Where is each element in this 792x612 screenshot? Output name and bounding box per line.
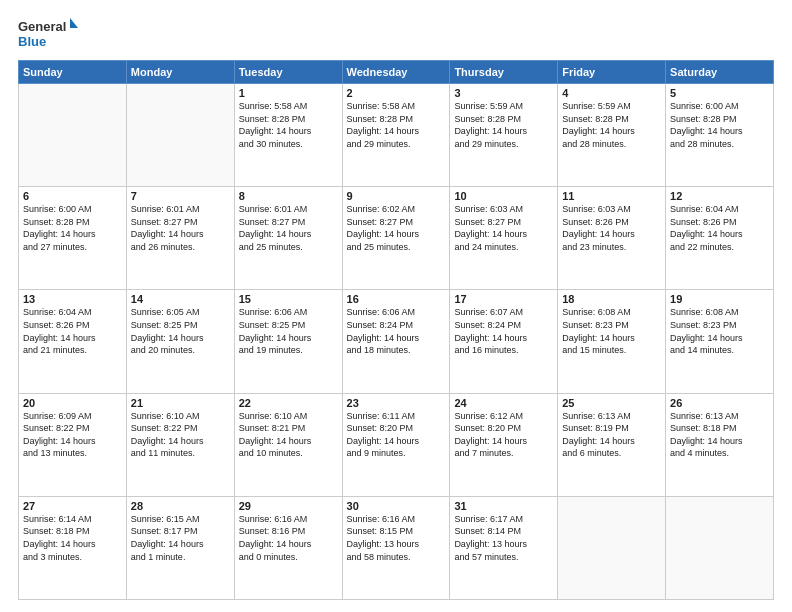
calendar-cell: 27Sunrise: 6:14 AM Sunset: 8:18 PM Dayli… [19, 496, 127, 599]
day-number: 13 [23, 293, 122, 305]
svg-text:General: General [18, 19, 66, 34]
day-number: 16 [347, 293, 446, 305]
weekday-header-thursday: Thursday [450, 61, 558, 84]
calendar-cell: 13Sunrise: 6:04 AM Sunset: 8:26 PM Dayli… [19, 290, 127, 393]
day-info: Sunrise: 6:01 AM Sunset: 8:27 PM Dayligh… [131, 203, 230, 253]
day-number: 2 [347, 87, 446, 99]
weekday-header-row: SundayMondayTuesdayWednesdayThursdayFrid… [19, 61, 774, 84]
day-number: 12 [670, 190, 769, 202]
calendar-cell: 15Sunrise: 6:06 AM Sunset: 8:25 PM Dayli… [234, 290, 342, 393]
calendar-cell [558, 496, 666, 599]
calendar-cell: 31Sunrise: 6:17 AM Sunset: 8:14 PM Dayli… [450, 496, 558, 599]
svg-text:Blue: Blue [18, 34, 46, 49]
day-info: Sunrise: 6:17 AM Sunset: 8:14 PM Dayligh… [454, 513, 553, 563]
day-number: 7 [131, 190, 230, 202]
calendar-cell: 19Sunrise: 6:08 AM Sunset: 8:23 PM Dayli… [666, 290, 774, 393]
calendar-cell: 30Sunrise: 6:16 AM Sunset: 8:15 PM Dayli… [342, 496, 450, 599]
calendar-cell: 29Sunrise: 6:16 AM Sunset: 8:16 PM Dayli… [234, 496, 342, 599]
day-info: Sunrise: 6:15 AM Sunset: 8:17 PM Dayligh… [131, 513, 230, 563]
day-number: 21 [131, 397, 230, 409]
day-info: Sunrise: 6:10 AM Sunset: 8:22 PM Dayligh… [131, 410, 230, 460]
week-row-4: 20Sunrise: 6:09 AM Sunset: 8:22 PM Dayli… [19, 393, 774, 496]
weekday-header-monday: Monday [126, 61, 234, 84]
calendar-cell: 14Sunrise: 6:05 AM Sunset: 8:25 PM Dayli… [126, 290, 234, 393]
day-info: Sunrise: 6:08 AM Sunset: 8:23 PM Dayligh… [670, 306, 769, 356]
calendar: SundayMondayTuesdayWednesdayThursdayFrid… [18, 60, 774, 600]
calendar-cell: 17Sunrise: 6:07 AM Sunset: 8:24 PM Dayli… [450, 290, 558, 393]
day-info: Sunrise: 6:13 AM Sunset: 8:18 PM Dayligh… [670, 410, 769, 460]
day-number: 30 [347, 500, 446, 512]
day-number: 29 [239, 500, 338, 512]
day-number: 28 [131, 500, 230, 512]
day-number: 24 [454, 397, 553, 409]
day-number: 26 [670, 397, 769, 409]
day-info: Sunrise: 6:04 AM Sunset: 8:26 PM Dayligh… [23, 306, 122, 356]
day-number: 23 [347, 397, 446, 409]
week-row-2: 6Sunrise: 6:00 AM Sunset: 8:28 PM Daylig… [19, 187, 774, 290]
day-number: 22 [239, 397, 338, 409]
day-info: Sunrise: 6:13 AM Sunset: 8:19 PM Dayligh… [562, 410, 661, 460]
day-number: 5 [670, 87, 769, 99]
day-info: Sunrise: 6:03 AM Sunset: 8:27 PM Dayligh… [454, 203, 553, 253]
day-info: Sunrise: 5:59 AM Sunset: 8:28 PM Dayligh… [562, 100, 661, 150]
day-info: Sunrise: 6:04 AM Sunset: 8:26 PM Dayligh… [670, 203, 769, 253]
calendar-cell: 21Sunrise: 6:10 AM Sunset: 8:22 PM Dayli… [126, 393, 234, 496]
day-info: Sunrise: 5:59 AM Sunset: 8:28 PM Dayligh… [454, 100, 553, 150]
day-info: Sunrise: 6:09 AM Sunset: 8:22 PM Dayligh… [23, 410, 122, 460]
day-number: 25 [562, 397, 661, 409]
calendar-cell: 24Sunrise: 6:12 AM Sunset: 8:20 PM Dayli… [450, 393, 558, 496]
day-number: 17 [454, 293, 553, 305]
weekday-header-friday: Friday [558, 61, 666, 84]
calendar-cell: 2Sunrise: 5:58 AM Sunset: 8:28 PM Daylig… [342, 84, 450, 187]
day-info: Sunrise: 5:58 AM Sunset: 8:28 PM Dayligh… [239, 100, 338, 150]
calendar-cell [666, 496, 774, 599]
day-info: Sunrise: 6:14 AM Sunset: 8:18 PM Dayligh… [23, 513, 122, 563]
weekday-header-saturday: Saturday [666, 61, 774, 84]
day-number: 6 [23, 190, 122, 202]
weekday-header-tuesday: Tuesday [234, 61, 342, 84]
day-info: Sunrise: 6:01 AM Sunset: 8:27 PM Dayligh… [239, 203, 338, 253]
logo: General Blue [18, 16, 78, 52]
day-info: Sunrise: 5:58 AM Sunset: 8:28 PM Dayligh… [347, 100, 446, 150]
day-number: 20 [23, 397, 122, 409]
day-info: Sunrise: 6:05 AM Sunset: 8:25 PM Dayligh… [131, 306, 230, 356]
day-info: Sunrise: 6:11 AM Sunset: 8:20 PM Dayligh… [347, 410, 446, 460]
day-info: Sunrise: 6:07 AM Sunset: 8:24 PM Dayligh… [454, 306, 553, 356]
calendar-cell: 12Sunrise: 6:04 AM Sunset: 8:26 PM Dayli… [666, 187, 774, 290]
day-info: Sunrise: 6:03 AM Sunset: 8:26 PM Dayligh… [562, 203, 661, 253]
day-number: 9 [347, 190, 446, 202]
svg-marker-1 [70, 18, 78, 28]
day-number: 27 [23, 500, 122, 512]
week-row-3: 13Sunrise: 6:04 AM Sunset: 8:26 PM Dayli… [19, 290, 774, 393]
day-info: Sunrise: 6:12 AM Sunset: 8:20 PM Dayligh… [454, 410, 553, 460]
calendar-cell [19, 84, 127, 187]
day-info: Sunrise: 6:16 AM Sunset: 8:15 PM Dayligh… [347, 513, 446, 563]
calendar-cell: 16Sunrise: 6:06 AM Sunset: 8:24 PM Dayli… [342, 290, 450, 393]
page: General Blue SundayMondayTuesdayWednesda… [0, 0, 792, 612]
day-number: 10 [454, 190, 553, 202]
calendar-cell: 25Sunrise: 6:13 AM Sunset: 8:19 PM Dayli… [558, 393, 666, 496]
calendar-cell: 11Sunrise: 6:03 AM Sunset: 8:26 PM Dayli… [558, 187, 666, 290]
calendar-cell: 10Sunrise: 6:03 AM Sunset: 8:27 PM Dayli… [450, 187, 558, 290]
day-number: 31 [454, 500, 553, 512]
calendar-cell: 3Sunrise: 5:59 AM Sunset: 8:28 PM Daylig… [450, 84, 558, 187]
day-number: 1 [239, 87, 338, 99]
calendar-cell: 20Sunrise: 6:09 AM Sunset: 8:22 PM Dayli… [19, 393, 127, 496]
weekday-header-sunday: Sunday [19, 61, 127, 84]
weekday-header-wednesday: Wednesday [342, 61, 450, 84]
calendar-cell: 22Sunrise: 6:10 AM Sunset: 8:21 PM Dayli… [234, 393, 342, 496]
day-number: 11 [562, 190, 661, 202]
calendar-cell: 9Sunrise: 6:02 AM Sunset: 8:27 PM Daylig… [342, 187, 450, 290]
header: General Blue [18, 16, 774, 52]
calendar-cell: 8Sunrise: 6:01 AM Sunset: 8:27 PM Daylig… [234, 187, 342, 290]
day-info: Sunrise: 6:06 AM Sunset: 8:24 PM Dayligh… [347, 306, 446, 356]
day-number: 15 [239, 293, 338, 305]
logo-svg: General Blue [18, 16, 78, 52]
day-info: Sunrise: 6:08 AM Sunset: 8:23 PM Dayligh… [562, 306, 661, 356]
day-number: 8 [239, 190, 338, 202]
calendar-cell: 26Sunrise: 6:13 AM Sunset: 8:18 PM Dayli… [666, 393, 774, 496]
day-number: 3 [454, 87, 553, 99]
day-info: Sunrise: 6:02 AM Sunset: 8:27 PM Dayligh… [347, 203, 446, 253]
day-info: Sunrise: 6:00 AM Sunset: 8:28 PM Dayligh… [23, 203, 122, 253]
day-number: 19 [670, 293, 769, 305]
